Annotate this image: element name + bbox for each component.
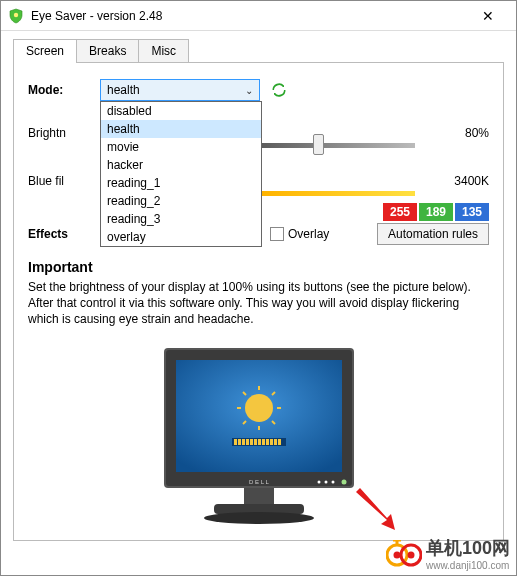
svg-rect-21 bbox=[262, 439, 265, 445]
refresh-icon[interactable] bbox=[270, 81, 288, 99]
mode-option-movie[interactable]: movie bbox=[101, 138, 261, 156]
svg-rect-25 bbox=[278, 439, 281, 445]
svg-rect-14 bbox=[234, 439, 237, 445]
svg-rect-15 bbox=[238, 439, 241, 445]
svg-rect-19 bbox=[254, 439, 257, 445]
svg-point-40 bbox=[407, 551, 414, 558]
brightness-label: Brightn bbox=[28, 126, 100, 140]
svg-point-29 bbox=[331, 480, 334, 483]
automation-rules-button[interactable]: Automation rules bbox=[377, 223, 489, 245]
mode-row: Mode: health ⌄ disabled health movie hac… bbox=[28, 79, 489, 101]
svg-point-4 bbox=[245, 394, 273, 422]
mode-option-reading-3[interactable]: reading_3 bbox=[101, 210, 261, 228]
rgb-green-badge: 189 bbox=[419, 203, 453, 221]
svg-marker-34 bbox=[356, 488, 395, 530]
mode-option-reading-1[interactable]: reading_1 bbox=[101, 174, 261, 192]
window-title: Eye Saver - version 2.48 bbox=[31, 9, 466, 23]
svg-point-0 bbox=[14, 12, 18, 16]
brightness-thumb[interactable] bbox=[313, 134, 324, 155]
red-arrow-icon bbox=[351, 484, 401, 534]
svg-rect-17 bbox=[246, 439, 249, 445]
svg-rect-22 bbox=[266, 439, 269, 445]
tab-breaks[interactable]: Breaks bbox=[76, 39, 139, 63]
screen-panel: Mode: health ⌄ disabled health movie hac… bbox=[13, 62, 504, 541]
svg-rect-16 bbox=[242, 439, 245, 445]
mode-option-reading-2[interactable]: reading_2 bbox=[101, 192, 261, 210]
title-bar: Eye Saver - version 2.48 ✕ bbox=[1, 1, 516, 31]
overlay-checkbox-label: Overlay bbox=[288, 227, 329, 241]
mode-option-hacker[interactable]: hacker bbox=[101, 156, 261, 174]
svg-rect-24 bbox=[274, 439, 277, 445]
mode-selected-value: health bbox=[107, 83, 140, 97]
important-text: Set the brightness of your display at 10… bbox=[28, 279, 489, 328]
mode-option-health[interactable]: health bbox=[101, 120, 261, 138]
rgb-blue-badge: 135 bbox=[455, 203, 489, 221]
bluefilter-value: 3400K bbox=[429, 174, 489, 188]
svg-point-28 bbox=[324, 480, 327, 483]
watermark: 单机100网 www.danji100.com bbox=[386, 536, 510, 571]
watermark-logo-icon bbox=[386, 540, 422, 568]
svg-rect-20 bbox=[258, 439, 261, 445]
monitor-image: D E L L bbox=[28, 340, 489, 530]
important-block: Important Set the brightness of your dis… bbox=[28, 259, 489, 328]
shield-icon bbox=[7, 7, 25, 25]
bluefilter-label: Blue fil bbox=[28, 174, 100, 188]
svg-point-30 bbox=[341, 479, 346, 484]
watermark-url: www.danji100.com bbox=[426, 560, 510, 571]
mode-option-disabled[interactable]: disabled bbox=[101, 102, 261, 120]
mode-option-overlay[interactable]: overlay bbox=[101, 228, 261, 246]
mode-label: Mode: bbox=[28, 83, 100, 97]
chevron-down-icon: ⌄ bbox=[245, 85, 253, 96]
overlay-checkbox[interactable] bbox=[270, 227, 284, 241]
mode-dropdown: disabled health movie hacker reading_1 r… bbox=[100, 101, 262, 247]
close-button[interactable]: ✕ bbox=[466, 1, 510, 31]
rgb-red-badge: 255 bbox=[383, 203, 417, 221]
tab-bar: Screen Breaks Misc bbox=[13, 39, 504, 63]
svg-point-38 bbox=[393, 551, 400, 558]
brightness-value: 80% bbox=[429, 126, 489, 140]
tab-misc[interactable]: Misc bbox=[138, 39, 189, 63]
svg-rect-18 bbox=[250, 439, 253, 445]
effects-label: Effects bbox=[28, 227, 100, 241]
svg-rect-23 bbox=[270, 439, 273, 445]
overlay-check-wrap: Overlay bbox=[270, 227, 329, 241]
mode-select[interactable]: health ⌄ bbox=[100, 79, 260, 101]
watermark-name: 单机100网 bbox=[426, 536, 510, 560]
tab-screen[interactable]: Screen bbox=[13, 39, 77, 63]
svg-point-33 bbox=[204, 512, 314, 524]
svg-point-27 bbox=[317, 480, 320, 483]
important-heading: Important bbox=[28, 259, 489, 275]
svg-text:D E L L: D E L L bbox=[249, 479, 269, 485]
svg-rect-31 bbox=[244, 488, 274, 506]
